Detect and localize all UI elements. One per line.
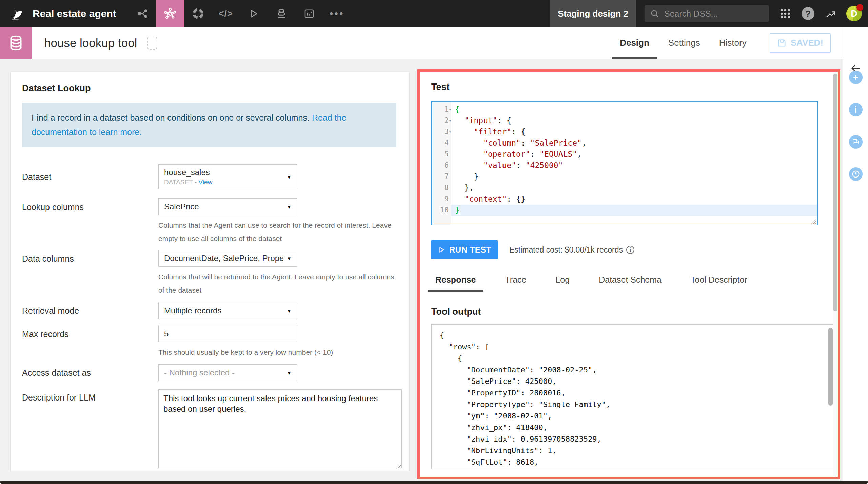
view-dataset-link[interactable]: View bbox=[198, 179, 212, 186]
chevron-down-icon: ▼ bbox=[287, 370, 292, 376]
panel-scrollbar-thumb[interactable] bbox=[833, 74, 837, 311]
result-tabs: ResponseTraceLogDataset SchemaTool Descr… bbox=[431, 275, 838, 292]
notebooks-code-icon[interactable]: </> bbox=[212, 0, 240, 27]
dashboard-icon[interactable] bbox=[295, 0, 323, 27]
flow-icon[interactable] bbox=[129, 0, 156, 27]
field-access-dataset-as: Access dataset as - Nothing selected - ▼ bbox=[22, 364, 398, 381]
description-llm-textarea[interactable]: This tool looks up current sales prices … bbox=[158, 389, 402, 468]
output-line: "PropertyType": "Single Family", bbox=[440, 399, 826, 410]
help-icon[interactable]: ? bbox=[802, 7, 814, 20]
info-icon[interactable]: i bbox=[849, 103, 863, 116]
test-title: Test bbox=[431, 82, 838, 92]
dataset-select[interactable]: house_sales DATASET - View ▼ bbox=[158, 164, 297, 189]
text-cursor bbox=[460, 205, 460, 214]
tool-output-box[interactable]: { "rows": [ { "DocumentDate": "2008-02-2… bbox=[431, 324, 835, 469]
code-line-7: } bbox=[451, 171, 817, 182]
header-tabs: DesignSettingsHistory bbox=[610, 27, 756, 59]
result-tab-response[interactable]: Response bbox=[431, 275, 480, 292]
chat-icon[interactable] bbox=[849, 135, 863, 149]
env-selector[interactable]: Staging design 2 bbox=[550, 0, 636, 27]
info-banner: Find a record in a dataset based on cond… bbox=[22, 103, 396, 147]
field-description-llm: Description for LLM This tool looks up c… bbox=[22, 389, 398, 471]
panel-scrollbar[interactable] bbox=[833, 73, 838, 477]
run-test-button[interactable]: RUN TEST bbox=[431, 240, 498, 259]
code-line-2: "input": { bbox=[451, 115, 817, 126]
test-panel-highlighted: Test 1▾2▾3▾45678910 { "input": { "filter… bbox=[417, 69, 840, 479]
add-plus-icon[interactable]: + bbox=[849, 71, 863, 84]
output-line: "PropertyID": 2800016, bbox=[440, 387, 826, 399]
recipes-icon[interactable] bbox=[184, 0, 212, 27]
lookup-columns-select[interactable]: SalePrice ▼ bbox=[158, 198, 297, 215]
line-number: 1▾ bbox=[432, 104, 451, 115]
output-scrollbar-thumb[interactable] bbox=[828, 328, 833, 406]
top-nav-bar: Real estate agent </> bbox=[0, 0, 868, 27]
output-line: "zhvi_idx": 0.961397058823529, bbox=[440, 433, 826, 445]
result-tab-tool-descriptor[interactable]: Tool Descriptor bbox=[687, 275, 751, 292]
save-floppy-icon bbox=[777, 38, 787, 48]
scenarios-play-icon[interactable] bbox=[240, 0, 268, 27]
panel-title: Dataset Lookup bbox=[22, 83, 398, 94]
code-line-4: "column": "SalePrice", bbox=[451, 137, 817, 149]
output-line: "ym": "2008-02-01", bbox=[440, 410, 826, 422]
tab-design[interactable]: Design bbox=[610, 27, 659, 59]
test-input-json-editor[interactable]: 1▾2▾3▾45678910 { "input": { "filter": { … bbox=[431, 101, 818, 225]
editor-gutter: 1▾2▾3▾45678910 bbox=[432, 102, 451, 225]
estimated-cost: Estimated cost: $0.00/1k records i bbox=[509, 245, 634, 255]
line-number: 2▾ bbox=[432, 115, 451, 126]
chevron-down-icon: ▼ bbox=[287, 256, 292, 261]
code-line-5: "operator": "EQUALS", bbox=[451, 149, 817, 160]
jobs-icon[interactable] bbox=[268, 0, 295, 27]
result-tab-log[interactable]: Log bbox=[551, 275, 574, 292]
output-line: "DocumentDate": "2008-02-25", bbox=[440, 364, 826, 376]
search-input[interactable] bbox=[664, 9, 759, 19]
cost-info-icon[interactable]: i bbox=[626, 246, 634, 254]
user-avatar[interactable]: D bbox=[846, 6, 862, 21]
field-lookup-columns: Lookup columns SalePrice ▼ Columns that … bbox=[22, 198, 398, 245]
data-columns-select[interactable]: DocumentDate, SalePrice, Prope ▼ bbox=[158, 250, 297, 267]
field-dataset: Dataset house_sales DATASET - View ▼ bbox=[22, 164, 398, 189]
line-number: 9 bbox=[432, 193, 451, 205]
dataset-tool-icon bbox=[0, 27, 32, 59]
copy-id-icon[interactable] bbox=[147, 37, 157, 50]
line-number: 3▾ bbox=[432, 126, 451, 137]
line-number: 7 bbox=[432, 171, 451, 182]
field-data-columns: Data columns DocumentDate, SalePrice, Pr… bbox=[22, 250, 398, 297]
tab-settings[interactable]: Settings bbox=[659, 27, 710, 59]
line-number: 8 bbox=[432, 182, 451, 193]
result-tab-trace[interactable]: Trace bbox=[501, 275, 530, 292]
output-line: "SqFtLot": 8618, bbox=[440, 457, 826, 468]
saved-button[interactable]: SAVED! bbox=[770, 33, 831, 53]
output-line: "NbrLivingUnits": 1, bbox=[440, 445, 826, 457]
chevron-down-icon: ▼ bbox=[287, 174, 292, 180]
result-tab-dataset-schema[interactable]: Dataset Schema bbox=[595, 275, 666, 292]
max-records-input[interactable] bbox=[158, 325, 297, 342]
output-line: "SalePrice": 425000, bbox=[440, 376, 826, 387]
dataset-lookup-panel: Dataset Lookup Find a record in a datase… bbox=[10, 72, 410, 471]
more-icon[interactable]: ••• bbox=[323, 0, 351, 27]
line-number: 6 bbox=[432, 160, 451, 171]
dataiku-logo-icon[interactable] bbox=[9, 6, 24, 21]
output-line: "rows": [ bbox=[440, 341, 826, 353]
project-title: Real estate agent bbox=[33, 8, 116, 19]
chevron-down-icon: ▼ bbox=[287, 308, 292, 314]
access-dataset-as-select[interactable]: - Nothing selected - ▼ bbox=[158, 364, 297, 381]
global-search[interactable] bbox=[645, 5, 769, 22]
code-line-8: }, bbox=[451, 182, 817, 193]
code-line-1: { bbox=[451, 104, 817, 115]
play-icon bbox=[438, 246, 445, 254]
output-line: "zhvi_px": 418400, bbox=[440, 422, 826, 433]
retrieval-mode-select[interactable]: Multiple records ▼ bbox=[158, 302, 297, 319]
tool-output-title: Tool output bbox=[431, 306, 838, 317]
tab-history[interactable]: History bbox=[710, 27, 756, 59]
trend-arrow-icon[interactable] bbox=[825, 7, 837, 20]
code-line-3: "filter": { bbox=[451, 126, 817, 137]
field-retrieval-mode: Retrieval mode Multiple records ▼ bbox=[22, 302, 398, 319]
tool-header: house lookup tool DesignSettingsHistory … bbox=[0, 27, 843, 59]
notification-dot bbox=[856, 4, 863, 11]
output-line: { bbox=[440, 330, 826, 341]
clock-icon[interactable] bbox=[849, 167, 863, 181]
apps-grid-icon[interactable] bbox=[779, 7, 791, 20]
code-line-6: "value": "425000" bbox=[451, 160, 817, 171]
line-number: 4 bbox=[432, 137, 451, 149]
agent-tools-icon[interactable] bbox=[156, 0, 184, 27]
